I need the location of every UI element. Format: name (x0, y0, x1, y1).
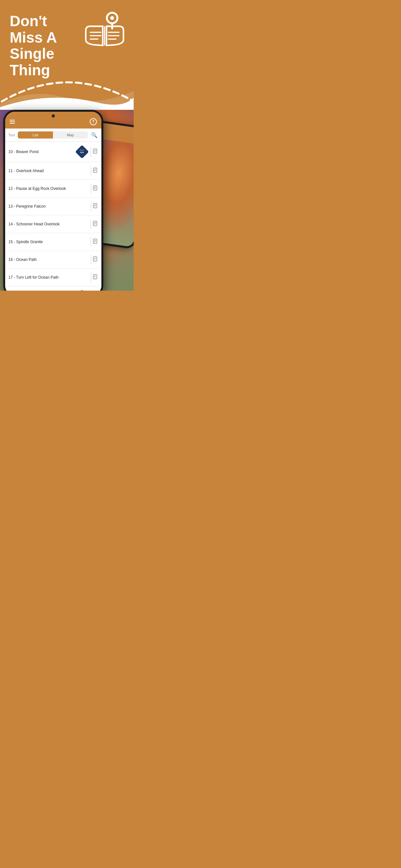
svg-point-1 (111, 16, 114, 20)
nav-bar: Tour List Map 🔍 (5, 128, 101, 142)
hero-wave (0, 85, 134, 110)
item-divider (91, 202, 91, 211)
list-tab[interactable]: List (18, 131, 53, 138)
document-icon[interactable] (93, 185, 98, 192)
item-divider (91, 184, 91, 193)
item-divider (91, 166, 91, 176)
tour-list-item[interactable]: 13 - Peregrine Falcon (5, 197, 101, 215)
must-see-badge: MUST SEE (76, 146, 88, 158)
document-icon[interactable] (93, 203, 98, 210)
tour-label: Tour (8, 133, 15, 137)
search-button[interactable]: 🔍 (90, 131, 98, 139)
tour-list-item[interactable]: 14 - Schooner Head Overlook (5, 215, 101, 233)
document-icon[interactable] (93, 167, 98, 175)
tour-item-label: 12 - Pause at Egg Rock Overlook (8, 186, 89, 191)
app-screen: ? Tour List Map 🔍 10 - Beaver Pond MUST … (5, 112, 101, 290)
tour-list-item[interactable]: 16 - Ocean Path (5, 251, 101, 269)
map-tab[interactable]: Map (53, 131, 88, 138)
bg-section: Home ? Tour List Map 🔍 10 (0, 110, 134, 290)
tour-list-item[interactable]: 12 - Pause at Egg Rock Overlook (5, 180, 101, 197)
svg-text:MUST: MUST (80, 149, 84, 151)
item-divider (91, 273, 91, 282)
phone-front-mockup: ? Tour List Map 🔍 10 - Beaver Pond MUST … (3, 110, 103, 290)
hamburger-menu-icon[interactable] (10, 120, 15, 124)
item-divider (91, 147, 91, 157)
tour-list: 10 - Beaver Pond MUST SEE 11 - Overlook … (5, 142, 101, 290)
document-icon[interactable] (93, 221, 98, 228)
tour-list-item[interactable]: 18 - Sand Beach MUST SEE (5, 286, 101, 290)
tour-list-item[interactable]: 15 - Spindle Granite (5, 233, 101, 251)
item-divider (91, 255, 91, 265)
tour-item-label: 10 - Beaver Pond (8, 150, 76, 154)
tour-item-label: 16 - Ocean Path (8, 257, 89, 262)
tour-item-label: 14 - Schooner Head Overlook (8, 222, 89, 226)
item-divider (91, 237, 91, 247)
help-button[interactable]: ? (90, 118, 97, 125)
svg-text:SEE: SEE (80, 151, 84, 153)
tour-list-item[interactable]: 10 - Beaver Pond MUST SEE (5, 142, 101, 162)
document-icon[interactable] (93, 149, 98, 155)
hero-title: Don't Miss A Single Thing (10, 13, 81, 78)
camera-notch (52, 114, 55, 118)
book-map-icon (82, 10, 127, 55)
tour-list-item[interactable]: 11 - Overlook Ahead (5, 162, 101, 180)
item-divider (91, 219, 91, 229)
tour-item-label: 15 - Spindle Granite (8, 240, 89, 244)
document-icon[interactable] (93, 274, 98, 281)
document-icon[interactable] (93, 239, 98, 245)
document-icon[interactable] (93, 256, 98, 263)
tour-list-item[interactable]: 17 - Turn Left for Ocean Path (5, 269, 101, 286)
tour-item-label: 13 - Peregrine Falcon (8, 204, 89, 209)
tour-item-label: 17 - Turn Left for Ocean Path (8, 275, 89, 280)
list-map-toggle[interactable]: List Map (18, 131, 88, 138)
tour-item-label: 11 - Overlook Ahead (8, 168, 89, 173)
hero-section: Don't Miss A Single Thing (0, 0, 134, 110)
